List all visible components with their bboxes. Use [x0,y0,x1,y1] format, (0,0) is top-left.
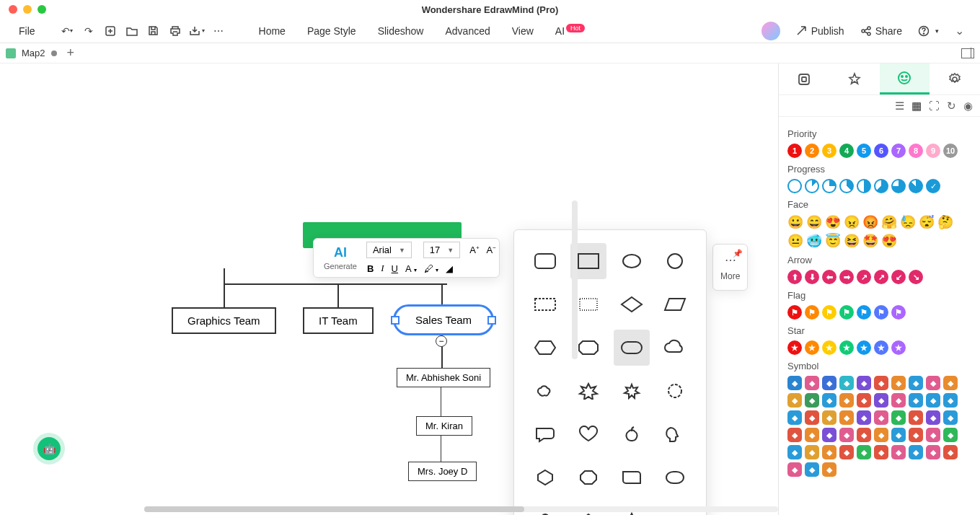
member-node-1[interactable]: Mr. Abhishek Soni [397,368,490,387]
more-quick-button[interactable]: ⋯ [210,22,227,40]
menu-page-style[interactable]: Page Style [299,22,365,40]
library-icon[interactable]: ◆ [891,428,906,442]
pin-icon[interactable]: 📌 [733,249,743,258]
help-button[interactable]: ▾ [912,22,945,40]
library-icon[interactable]: ⚑ [874,305,888,320]
shape-stadium[interactable] [614,330,650,366]
ai-generate-button[interactable]: AI Generate [317,242,364,273]
font-family-select[interactable]: Arial▼ [366,242,412,258]
library-icon[interactable] [857,179,871,193]
library-icon[interactable]: ◆ [822,428,836,442]
shape-thought[interactable] [527,373,563,409]
library-icon[interactable] [909,179,923,193]
library-icon[interactable]: ◆ [805,410,819,425]
shape-rounded-rect[interactable] [527,243,563,279]
library-icon[interactable]: ◆ [787,445,802,459]
face-icon[interactable]: 🤗 [881,214,897,230]
library-icon[interactable]: 5 [857,144,871,158]
library-icon[interactable]: ◆ [943,376,958,390]
more-toolbar[interactable]: 📌 ⋯ More [712,244,748,291]
expand-view-icon[interactable]: ⛶ [929,100,940,112]
library-icon[interactable]: ◆ [943,445,958,459]
library-icon[interactable]: ◆ [839,410,854,425]
shape-burst2[interactable] [614,373,650,409]
library-icon[interactable]: ◆ [787,376,802,390]
print-button[interactable] [167,22,184,40]
shape-hexagon[interactable] [527,330,563,366]
library-icon[interactable]: 10 [943,144,958,158]
face-icon[interactable]: 😠 [844,214,860,230]
shape-ellipse[interactable] [614,243,650,279]
panel-tab-style[interactable] [829,63,880,94]
library-icon[interactable]: ◆ [839,393,854,408]
shape-dashed-rect[interactable] [527,286,563,322]
shape-card[interactable] [614,459,650,496]
face-icon[interactable]: 😀 [787,214,803,230]
library-icon[interactable]: ↗ [857,270,871,284]
member-node-3[interactable]: Mrs. Joey D [408,462,477,481]
library-icon[interactable]: ◆ [943,410,958,425]
shape-diamond[interactable] [614,286,650,322]
shape-heart[interactable] [570,416,606,452]
library-icon[interactable]: ◆ [805,462,819,477]
library-icon[interactable]: ◆ [822,445,836,459]
list-view-icon[interactable]: ☰ [895,100,904,113]
library-icon[interactable]: ↙ [891,270,906,284]
library-icon[interactable]: ★ [857,340,871,355]
member-node-2[interactable]: Mr. Kiran [416,416,472,436]
library-icon[interactable]: ◆ [909,410,923,425]
library-icon[interactable]: ★ [805,340,819,355]
shape-hexagon2[interactable] [527,459,563,496]
shape-apple[interactable] [614,416,650,452]
library-icon[interactable]: ◆ [822,376,836,390]
panel-tab-outline[interactable] [779,63,829,94]
library-icon[interactable]: ◆ [926,428,940,442]
library-icon[interactable]: ⚑ [891,305,906,320]
library-icon[interactable]: 3 [822,144,836,158]
visibility-icon[interactable]: ◉ [963,100,973,113]
menu-slideshow[interactable]: Slideshow [369,22,433,40]
library-icon[interactable]: ◆ [874,410,888,425]
library-icon[interactable]: ◆ [787,410,802,425]
publish-button[interactable]: Publish [790,22,850,40]
library-icon[interactable]: 6 [874,144,888,158]
canvas-vertical-scrollbar[interactable] [572,201,578,359]
team-node-sales[interactable]: Sales Team [393,304,494,335]
clear-format-button[interactable]: ◢ [446,263,453,274]
library-icon[interactable]: ◆ [926,393,940,408]
library-icon[interactable]: ◆ [909,445,923,459]
face-icon[interactable]: 😴 [919,214,935,230]
library-icon[interactable]: ◆ [857,376,871,390]
shape-cloud[interactable] [657,330,693,366]
library-icon[interactable]: ◆ [874,445,888,459]
library-icon[interactable]: ◆ [822,393,836,408]
face-icon[interactable]: 😍 [881,233,897,249]
library-icon[interactable]: ★ [891,340,906,355]
library-icon[interactable]: 7 [891,144,906,158]
library-icon[interactable]: ◆ [857,393,871,408]
canvas-horizontal-scrollbar[interactable] [144,506,778,512]
library-icon[interactable]: ◆ [822,410,836,425]
tab-map2[interactable]: Map2 [6,48,57,58]
library-icon[interactable]: ◆ [805,376,819,390]
export-button[interactable]: ▾ [188,22,206,40]
library-icon[interactable]: 4 [839,144,854,158]
underline-button[interactable]: U [392,263,398,274]
library-icon[interactable]: ◆ [805,428,819,442]
library-icon[interactable]: ◆ [787,393,802,408]
highlight-button[interactable]: 🖊 ▾ [424,263,439,274]
shape-circle[interactable] [657,243,693,279]
library-icon[interactable]: ◆ [891,393,906,408]
chatbot-button[interactable]: 🤖 [37,437,61,460]
library-icon[interactable]: ◆ [909,376,923,390]
library-icon[interactable]: ◆ [926,445,940,459]
refresh-icon[interactable]: ↻ [947,100,956,113]
collapse-ribbon-button[interactable]: ⌄ [949,21,970,40]
library-icon[interactable]: 2 [805,144,819,158]
library-icon[interactable]: ◆ [857,428,871,442]
library-icon[interactable]: 8 [909,144,923,158]
library-icon[interactable]: ↘ [909,270,923,284]
library-icon[interactable]: ⚑ [857,305,871,320]
library-icon[interactable]: ⚑ [787,305,802,320]
font-shrink-button[interactable]: A− [487,245,496,255]
